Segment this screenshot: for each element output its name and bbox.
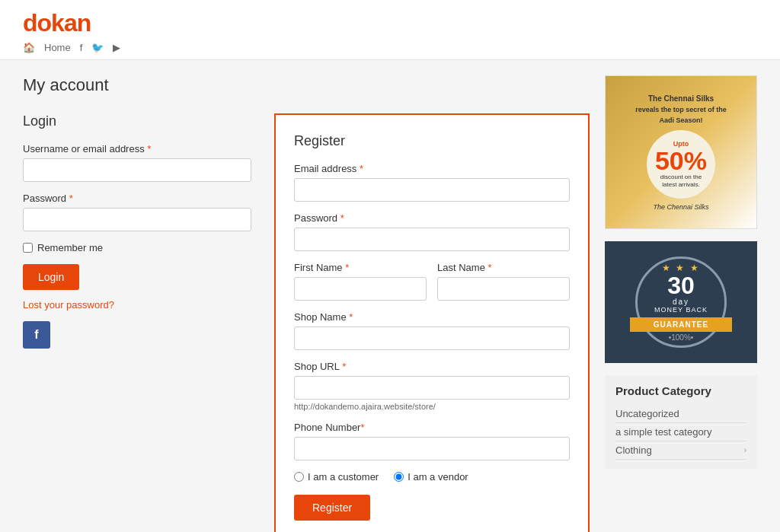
email-input[interactable]	[294, 178, 570, 202]
shop-url-hint: http://dokandemo.ajaira.website/store/	[294, 402, 570, 411]
password-group: Password *	[23, 193, 251, 231]
password-input[interactable]	[23, 208, 251, 231]
email-group: Email address *	[294, 163, 570, 202]
page-title: My account	[23, 75, 590, 95]
product-category-title: Product Category	[615, 384, 746, 397]
customer-radio-option: I am a customer	[294, 471, 379, 483]
first-name-group: First Name *	[294, 262, 427, 301]
lost-password-link[interactable]: Lost your password?	[23, 299, 251, 311]
youtube-nav-icon[interactable]: ▶	[113, 42, 120, 53]
username-label: Username or email address *	[23, 143, 251, 155]
badge-days: 30	[667, 273, 695, 298]
accounts-wrapper: Login Username or email address * Passwo…	[23, 113, 590, 532]
badge-day-label: day	[673, 298, 689, 306]
login-title: Login	[23, 113, 251, 129]
badge-percent: •100%•	[669, 333, 694, 342]
last-name-label: Last Name *	[437, 262, 570, 273]
email-label: Email address *	[294, 163, 570, 174]
name-row: First Name * Last Name *	[294, 262, 570, 311]
ad-discount-text: discount on thelatest arrivals.	[660, 174, 702, 188]
ad-banner-content: The Chennai Silksreveals the top secret …	[628, 86, 734, 218]
category-arrow-icon: ›	[744, 446, 746, 454]
first-name-label: First Name *	[294, 262, 427, 273]
phone-label: Phone Number*	[294, 422, 570, 433]
phone-input[interactable]	[294, 437, 570, 460]
remember-label: Remember me	[37, 242, 103, 253]
facebook-login-button[interactable]: f	[23, 321, 50, 349]
vendor-radio[interactable]	[394, 472, 404, 482]
shop-url-group: Shop URL * http://dokandemo.ajaira.websi…	[294, 361, 570, 411]
facebook-nav-icon[interactable]: f	[80, 42, 83, 53]
phone-group: Phone Number*	[294, 422, 570, 460]
shop-url-label: Shop URL *	[294, 361, 570, 372]
first-name-input[interactable]	[294, 277, 427, 301]
home-link[interactable]: Home	[44, 42, 71, 53]
ad-top-text: The Chennai Silksreveals the top secret …	[635, 94, 727, 126]
ad-percent: 50%	[655, 148, 707, 174]
site-logo[interactable]: dokan	[23, 9, 757, 37]
shop-name-label: Shop Name *	[294, 311, 570, 323]
guarantee-badge: ★ ★ ★ 30 day MONEY BACK GUARANTEE •100%•	[605, 241, 757, 363]
category-item-uncategorized[interactable]: Uncategorized	[615, 405, 746, 423]
vendor-radio-option: I am a vendor	[394, 471, 468, 483]
register-title: Register	[294, 133, 570, 149]
logo-accent: d	[23, 9, 37, 37]
badge-circle: ★ ★ ★ 30 day MONEY BACK GUARANTEE •100%•	[635, 256, 727, 348]
sidebar: The Chennai Silksreveals the top secret …	[605, 75, 757, 532]
logo-rest: okan	[37, 9, 91, 37]
site-nav: 🏠 Home f 🐦 ▶	[23, 37, 757, 53]
shop-name-input[interactable]	[294, 327, 570, 350]
product-category: Product Category Uncategorized a simple …	[605, 375, 757, 469]
password-label: Password *	[23, 193, 251, 204]
ad-banner: The Chennai Silksreveals the top secret …	[606, 76, 756, 228]
ad-banner-container: The Chennai Silksreveals the top secret …	[605, 75, 757, 229]
remember-checkbox[interactable]	[23, 243, 33, 253]
ad-brand: The Chennai Silks	[635, 203, 727, 211]
site-header: dokan 🏠 Home f 🐦 ▶	[0, 0, 780, 60]
last-name-group: Last Name *	[437, 262, 570, 301]
customer-radio-label: I am a customer	[308, 471, 379, 483]
last-name-input[interactable]	[437, 277, 570, 301]
home-icon: 🏠	[23, 42, 35, 53]
category-list: Uncategorized a simple test category Clo…	[615, 405, 746, 460]
username-group: Username or email address *	[23, 143, 251, 182]
login-button[interactable]: Login	[23, 264, 79, 290]
register-section: Register Email address * Password *	[274, 113, 590, 532]
vendor-radio-label: I am a vendor	[408, 471, 468, 483]
reg-password-input[interactable]	[294, 228, 570, 251]
username-input[interactable]	[23, 158, 251, 182]
shop-url-input[interactable]	[294, 376, 570, 400]
category-label: a simple test category	[615, 426, 711, 438]
main-content: My account Login Username or email addre…	[23, 75, 590, 532]
category-label: Uncategorized	[615, 408, 679, 419]
role-radio-row: I am a customer I am a vendor	[294, 471, 570, 483]
login-section: Login Username or email address * Passwo…	[23, 113, 251, 532]
register-button[interactable]: Register	[294, 495, 370, 521]
reg-password-group: Password *	[294, 212, 570, 251]
twitter-nav-icon[interactable]: 🐦	[91, 42, 104, 53]
reg-password-label: Password *	[294, 212, 570, 224]
category-label: Clothing	[615, 444, 652, 456]
category-item-simple-test[interactable]: a simple test category	[615, 423, 746, 441]
customer-radio[interactable]	[294, 472, 304, 482]
shop-name-group: Shop Name *	[294, 311, 570, 350]
badge-money-back: MONEY BACK	[654, 306, 708, 314]
badge-ribbon: GUARANTEE	[630, 317, 732, 332]
category-item-clothing[interactable]: Clothing ›	[615, 441, 746, 460]
remember-row: Remember me	[23, 242, 251, 253]
